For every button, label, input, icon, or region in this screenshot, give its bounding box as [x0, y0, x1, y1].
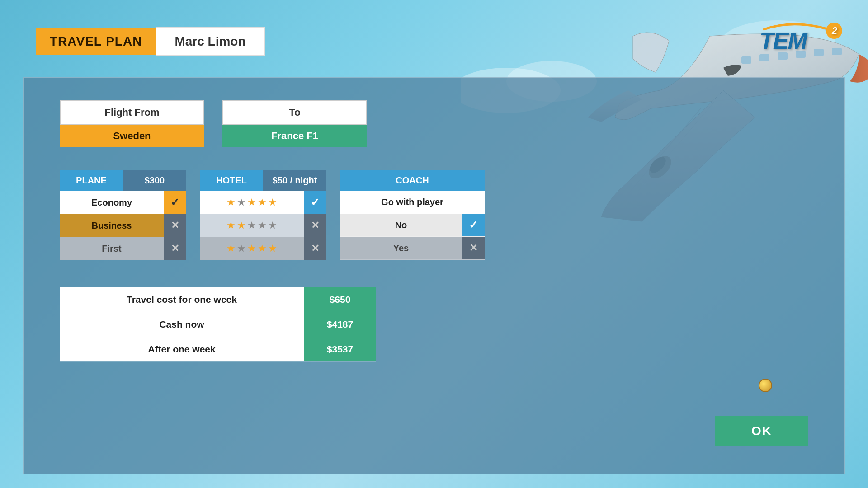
flight-to-group: To France F1 — [222, 100, 367, 147]
coach-yes-row[interactable]: Yes ✕ — [340, 237, 485, 260]
plane-first-label: First — [60, 238, 164, 260]
hotel-3star-gray-row[interactable]: ★ ★ ★ ★ ★ ✕ — [200, 237, 326, 260]
tem-logo: TEM 2 — [760, 23, 841, 60]
coach-go-label: Go with player — [340, 191, 485, 213]
plane-economy-label: Economy — [60, 192, 164, 214]
plane-column: PLANE $300 Economy ✓ Business ✕ First ✕ — [60, 170, 186, 260]
plane-header: PLANE $300 — [60, 170, 186, 191]
plane-economy-check: ✓ — [164, 191, 186, 214]
cash-now-row: Cash now $4187 — [60, 312, 376, 337]
cost-section: Travel cost for one week $650 Cash now $… — [60, 287, 376, 362]
hotel-2star-row[interactable]: ★ ★ ★ ★ ★ ✕ — [200, 214, 326, 237]
plane-business-label: Business — [60, 215, 164, 237]
after-week-row: After one week $3537 — [60, 337, 376, 362]
coach-no-label: No — [340, 214, 462, 236]
coach-column: COACH Go with player No ✓ Yes ✕ — [340, 170, 485, 260]
coach-no-row[interactable]: No ✓ — [340, 214, 485, 237]
flight-from-label: Flight From — [60, 100, 204, 125]
coach-no-check: ✓ — [462, 214, 485, 236]
travel-plan-label: TRAVEL PLAN — [36, 28, 156, 55]
hotel-cost: $50 / night — [263, 170, 326, 191]
flight-section: Flight From Sweden To France F1 — [60, 100, 808, 147]
svg-text:TEM: TEM — [760, 28, 808, 54]
tem-text: TEM 2 — [760, 23, 841, 60]
hotel-3star-row[interactable]: ★ ★ ★ ★ ★ ✓ — [200, 191, 326, 214]
hotel-3star-check: ✓ — [304, 191, 326, 214]
hotel-2star-stars: ★ ★ ★ ★ ★ — [200, 215, 304, 236]
plane-cost: $300 — [123, 170, 186, 191]
travel-cost-label: Travel cost for one week — [60, 287, 304, 312]
after-week-label: After one week — [60, 337, 304, 361]
options-section: PLANE $300 Economy ✓ Business ✕ First ✕ … — [60, 170, 808, 260]
after-week-value: $3537 — [304, 337, 376, 361]
plane-business-x: ✕ — [164, 214, 186, 237]
cash-now-value: $4187 — [304, 312, 376, 337]
plane-economy-row[interactable]: Economy ✓ — [60, 191, 186, 214]
plane-first-row[interactable]: First ✕ — [60, 237, 186, 260]
plane-business-row[interactable]: Business ✕ — [60, 214, 186, 237]
coach-label: COACH — [340, 170, 485, 191]
hotel-label: HOTEL — [200, 170, 263, 191]
plane-label: PLANE — [60, 170, 123, 191]
flight-to-label: To — [222, 100, 367, 125]
flight-from-value: Sweden — [60, 125, 204, 147]
hotel-3star-gray-x: ✕ — [304, 237, 326, 260]
travel-cost-value: $650 — [304, 287, 376, 312]
coin-icon — [759, 379, 772, 392]
cash-now-label: Cash now — [60, 312, 304, 337]
coach-yes-label: Yes — [340, 237, 462, 259]
flight-to-value: France F1 — [222, 125, 367, 147]
header: TRAVEL PLAN Marc Limon — [36, 27, 265, 56]
flight-from-group: Flight From Sweden — [60, 100, 204, 147]
hotel-column: HOTEL $50 / night ★ ★ ★ ★ ★ ✓ ★ ★ ★ — [200, 170, 326, 260]
coach-yes-x: ✕ — [462, 237, 485, 259]
hotel-3star-stars: ★ ★ ★ ★ ★ — [200, 192, 304, 213]
travel-cost-row: Travel cost for one week $650 — [60, 287, 376, 312]
player-name: Marc Limon — [156, 27, 264, 56]
hotel-2star-x: ✕ — [304, 214, 326, 237]
hotel-header: HOTEL $50 / night — [200, 170, 326, 191]
main-panel: Flight From Sweden To France F1 PLANE $3… — [23, 77, 845, 474]
svg-rect-3 — [741, 56, 751, 64]
plane-first-x: ✕ — [164, 237, 186, 260]
ok-button[interactable]: OK — [715, 416, 808, 446]
hotel-3star-gray-stars: ★ ★ ★ ★ ★ — [200, 238, 304, 259]
coach-header: COACH — [340, 170, 485, 191]
coach-go-row[interactable]: Go with player — [340, 191, 485, 214]
